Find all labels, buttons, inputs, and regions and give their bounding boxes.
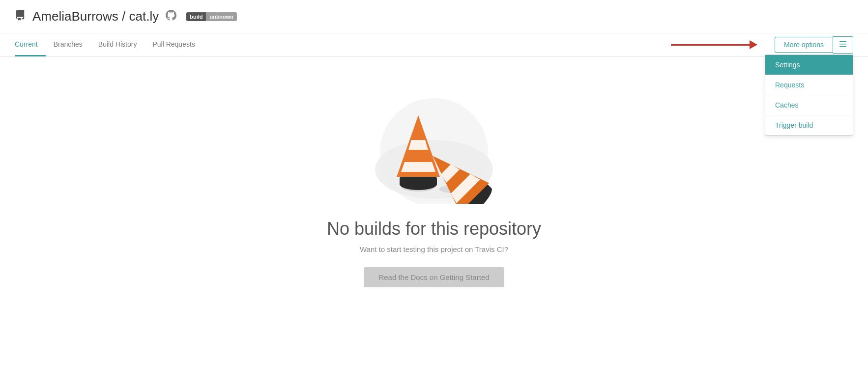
dropdown-item-requests[interactable]: Requests xyxy=(765,75,853,95)
tab-current[interactable]: Current xyxy=(15,33,46,56)
repo-title: AmeliaBurrows / cat.ly xyxy=(32,9,159,24)
nav-right: More options Settings Requests Caches Tr… xyxy=(775,36,853,54)
tab-branches[interactable]: Branches xyxy=(46,33,90,56)
illustration xyxy=(355,86,513,204)
arrow-pointer xyxy=(671,40,757,49)
header: AmeliaBurrows / cat.ly build unknown xyxy=(0,0,868,33)
hamburger-button[interactable] xyxy=(833,36,853,54)
arrow-head xyxy=(750,40,757,49)
tab-build-history[interactable]: Build History xyxy=(90,33,145,56)
svg-rect-4 xyxy=(400,177,437,186)
more-options-wrapper: More options Settings Requests Caches Tr… xyxy=(775,36,853,54)
dropdown-menu: Settings Requests Caches Trigger build xyxy=(765,55,853,136)
tab-pull-requests[interactable]: Pull Requests xyxy=(145,33,203,56)
no-builds-subtitle: Want to start testing this project on Tr… xyxy=(360,245,508,253)
nav-bar: Current Branches Build History Pull Requ… xyxy=(0,33,868,56)
svg-marker-7 xyxy=(408,140,428,150)
dropdown-item-trigger-build[interactable]: Trigger build xyxy=(765,115,853,135)
repo-icon xyxy=(15,10,26,24)
badge-build-label: build xyxy=(186,12,206,21)
dropdown-item-settings[interactable]: Settings xyxy=(765,55,853,75)
main-content: No builds for this repository Want to st… xyxy=(0,56,868,317)
no-builds-title: No builds for this repository xyxy=(327,219,541,239)
dropdown-item-caches[interactable]: Caches xyxy=(765,95,853,115)
badge-build-status: unknown xyxy=(206,12,236,21)
arrow-line xyxy=(671,44,750,46)
more-options-button[interactable]: More options xyxy=(775,37,833,53)
svg-marker-6 xyxy=(401,162,435,172)
build-badge: build unknown xyxy=(186,12,237,21)
github-icon xyxy=(166,10,176,24)
read-docs-button[interactable]: Read the Docs on Getting Started xyxy=(364,267,504,287)
